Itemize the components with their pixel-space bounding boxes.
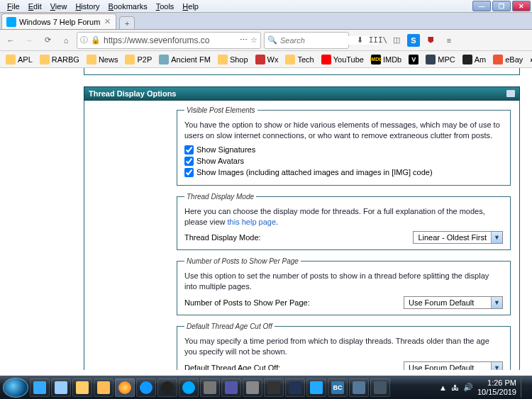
show-desktop-button[interactable] [521,378,526,398]
bookmark-item[interactable]: V [406,53,421,66]
app-icon [246,381,259,394]
bookmark-item[interactable]: P2P [122,53,155,66]
taskbar-item[interactable] [179,378,199,397]
site-icon [255,55,265,64]
taskbar-item[interactable] [264,378,284,397]
field-label: Thread Display Mode: [184,233,261,242]
lock-icon: 🔒 [91,35,101,45]
sidebar-icon[interactable]: ◫ [389,33,404,48]
bookmark-item[interactable]: Am [460,53,489,66]
select-thread-age[interactable]: Use Forum Default▼ [404,361,503,370]
site-icon [426,55,436,64]
bookmark-item[interactable]: IMDbIMDb [368,53,404,66]
nav-back-button[interactable]: ← [3,33,18,48]
legend: Number of Posts to Show Per Page [184,257,301,265]
taskbar-item-firefox[interactable] [115,378,135,397]
search-bar[interactable]: 🔍 [264,32,349,49]
browser-tab[interactable]: Windows 7 Help Forum ✕ [1,13,116,29]
bookmark-item[interactable]: eBay [490,53,526,66]
app-icon [33,381,46,394]
nav-reload-button[interactable]: ⟳ [40,33,55,48]
bookmark-item[interactable]: YouTube [318,53,367,66]
checkbox-signatures[interactable] [184,145,194,154]
taskbar-item[interactable] [243,378,262,397]
bookmark-item[interactable]: Ancient FM [156,53,214,66]
hamburger-menu-icon[interactable]: ≡ [441,33,457,48]
taskbar-item[interactable] [136,378,156,397]
chevron-down-icon: ▼ [491,297,502,308]
browser-tabbar: Windows 7 Help Forum ✕ + [0,13,532,30]
tray-volume-icon[interactable]: 🔊 [463,383,473,392]
taskbar-item[interactable] [51,378,71,397]
tab-close-button[interactable]: ✕ [103,18,111,26]
folder-icon [125,55,135,64]
library-icon[interactable]: III\ [370,33,386,48]
page-action-icon[interactable]: ⋯ [240,35,248,45]
tray-clock[interactable]: 1:26 PM 10/15/2019 [477,378,516,395]
window-close-button[interactable]: ✕ [512,1,531,11]
window-maximize-button[interactable]: ❐ [492,1,511,11]
menu-view[interactable]: View [46,1,72,11]
app-icon [55,381,67,394]
system-tray[interactable]: ▲ 🖧 🔊 1:26 PM 10/15/2019 [439,378,529,398]
bookmark-item[interactable]: Tech [282,53,316,66]
app-icon [225,381,238,394]
bookmark-item[interactable]: News [84,53,121,66]
taskbar-item[interactable] [349,378,369,397]
url-input[interactable] [104,35,237,45]
taskbar-item[interactable] [221,378,241,397]
bookmark-item[interactable]: Wx [253,53,282,66]
chevron-down-icon: ▼ [491,232,502,243]
menu-tools[interactable]: Tools [152,1,179,11]
taskbar-item[interactable] [370,378,390,397]
checkbox-avatars[interactable] [184,157,194,166]
checkbox-label[interactable]: Show Images (including attached images a… [196,168,433,176]
menu-file[interactable]: File [3,1,24,11]
taskbar-item[interactable] [72,378,92,397]
imdb-icon: IMDb [371,55,381,64]
bookmark-item[interactable]: MPC [423,53,458,66]
new-tab-button[interactable]: + [119,16,135,29]
app-icon [204,381,216,394]
downloads-icon[interactable]: ⬇ [352,33,367,48]
taskbar-item[interactable] [94,378,113,397]
help-page-link[interactable]: this help page [228,218,277,226]
select-display-mode[interactable]: Linear - Oldest First▼ [413,231,503,244]
menu-help[interactable]: Help [178,1,203,11]
site-info-icon[interactable]: ⓘ [80,35,88,45]
start-button[interactable] [3,378,28,398]
bookmark-item[interactable]: APL [3,53,35,66]
bookmark-item[interactable]: RARBG [37,53,82,66]
select-posts-per-page[interactable]: Use Forum Default▼ [404,296,503,309]
bookmark-item[interactable]: Shop [215,53,251,66]
taskbar-item[interactable] [157,378,177,397]
app-icon [76,381,89,394]
site-icon [159,55,169,64]
bookmark-star-icon[interactable]: ☆ [250,35,257,45]
nav-home-button[interactable]: ⌂ [58,33,74,48]
bookmarks-overflow-button[interactable]: » [527,54,532,65]
ext-shield-icon[interactable]: ⛊ [423,33,438,48]
taskbar-item[interactable] [200,378,220,397]
taskbar-item[interactable]: BC [328,378,348,397]
legend: Visible Post Elements [184,106,257,114]
menu-bookmarks[interactable]: Bookmarks [104,1,152,11]
youtube-icon [321,55,331,64]
ext-s-icon[interactable]: S [407,34,420,47]
taskbar-item[interactable] [306,378,326,397]
checkbox-label[interactable]: Show Signatures [196,145,255,154]
menu-history[interactable]: History [71,1,104,11]
tray-network-icon[interactable]: 🖧 [451,383,459,392]
taskbar-item[interactable] [30,378,50,397]
window-minimize-button[interactable]: — [472,1,491,11]
checkbox-images[interactable] [184,168,194,177]
menu-edit[interactable]: Edit [24,1,46,11]
tray-chevron-icon[interactable]: ▲ [439,383,447,392]
nav-forward-button[interactable]: → [21,33,37,48]
page-content[interactable]: Thread Display Options Visible Post Elem… [0,68,532,370]
url-bar[interactable]: ⓘ 🔒 ⋯ ☆ [77,32,261,49]
taskbar-item[interactable] [285,378,305,397]
legend: Default Thread Age Cut Off [184,322,275,330]
checkbox-label[interactable]: Show Avatars [196,157,244,165]
collapse-button[interactable] [506,90,515,97]
